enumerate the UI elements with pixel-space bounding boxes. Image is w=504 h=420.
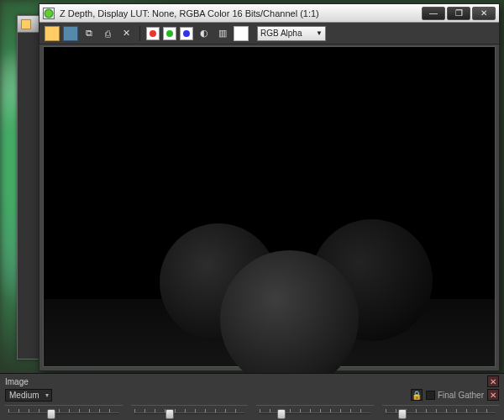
slider-1-thumb[interactable]	[47, 409, 55, 419]
final-gather-label: Final Gather	[438, 391, 484, 400]
channel-blue-button[interactable]	[180, 27, 193, 40]
settings-panel: Image Medium Glossy Reflections Precisio…	[0, 373, 504, 420]
slider-3-thumb[interactable]	[277, 409, 286, 419]
window-title: Z Depth, Display LUT: None, RGBA Color 1…	[60, 8, 422, 18]
image-label: Image	[5, 377, 29, 386]
final-gather-checkbox[interactable]	[426, 391, 435, 400]
quality-preset-dropdown[interactable]: Medium	[5, 389, 52, 402]
alpha-toggle-button[interactable]: ▥	[215, 26, 230, 41]
copy-button[interactable]	[63, 26, 78, 41]
mono-toggle-button[interactable]: ◐	[197, 26, 212, 41]
slider-2-thumb[interactable]	[165, 409, 174, 419]
channel-red-button[interactable]	[146, 27, 160, 40]
viewer-window: Z Depth, Display LUT: None, RGBA Color 1…	[39, 3, 500, 371]
window-controls: — ❐ ✕	[422, 7, 496, 20]
display-mode-dropdown[interactable]: RGB Alpha ▼	[257, 26, 326, 41]
slider-1[interactable]	[5, 405, 123, 420]
chevron-down-icon: ▼	[316, 29, 323, 37]
save-button[interactable]	[45, 26, 60, 41]
channel-green-button[interactable]	[163, 27, 176, 40]
app-icon	[43, 8, 55, 19]
sphere-front	[220, 250, 359, 389]
print-button[interactable]: ⎙	[100, 26, 115, 41]
titlebar[interactable]: Z Depth, Display LUT: None, RGBA Color 1…	[39, 4, 499, 23]
final-gather-option[interactable]: Final Gather	[426, 391, 484, 400]
minimize-button[interactable]: —	[422, 7, 445, 20]
panel-close-button-1[interactable]: ✕	[487, 375, 499, 387]
color-swatch[interactable]	[234, 26, 249, 41]
display-mode-value: RGB Alpha	[260, 29, 302, 38]
toolbar: ⧉ ⎙ ✕ ◐ ▥ RGB Alpha ▼	[39, 23, 499, 45]
slider-2[interactable]	[131, 405, 249, 420]
toolbar-separator	[139, 26, 140, 41]
lock-button[interactable]: 🔒	[411, 389, 423, 401]
save-icon	[21, 19, 31, 29]
slider-4-thumb[interactable]	[398, 409, 407, 419]
maximize-button[interactable]: ❐	[447, 7, 470, 20]
clear-button[interactable]: ✕	[118, 26, 134, 41]
render-viewport[interactable]	[43, 46, 496, 367]
close-button[interactable]: ✕	[472, 7, 496, 20]
quality-preset-value: Medium	[9, 391, 39, 400]
panel-close-button-2[interactable]: ✕	[487, 389, 499, 401]
slider-3[interactable]	[256, 405, 374, 420]
clone-button[interactable]: ⧉	[81, 26, 97, 41]
